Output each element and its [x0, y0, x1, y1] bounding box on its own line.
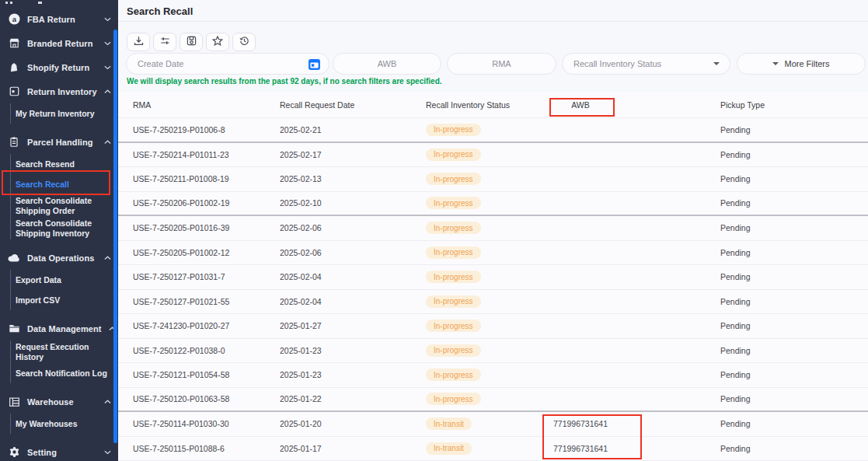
sidebar-item-export-data[interactable]: Export Data — [11, 270, 118, 290]
storefront-icon — [8, 37, 20, 49]
table-row[interactable]: USE-7-250219-P01006-82025-02-21In-progre… — [118, 118, 868, 143]
app-window: aFBA ReturnBranded ReturnShopify ReturnR… — [0, 0, 868, 461]
pickup-type-cell: Pending — [654, 370, 868, 379]
toolbar — [127, 33, 256, 51]
recall-inventory-status-cell: In-progress — [426, 344, 507, 357]
sidebar-item-search-consolidate-shipping-inventory[interactable]: Search Consolidate Shipping Inventory — [11, 217, 118, 239]
sidebar-item-search-resend[interactable]: Search Resend — [11, 154, 118, 174]
sidebar-group-label: Shopify Return — [27, 63, 89, 72]
sidebar-section-parcel-handling: Parcel HandlingSearch ResendSearch Recal… — [0, 130, 118, 239]
recall-inventory-status-cell: In-progress — [426, 124, 507, 136]
sidebar-group-parcel-handling[interactable]: Parcel Handling — [0, 130, 118, 154]
chevron-down-icon — [104, 65, 111, 70]
recall-inventory-status-cell: In-progress — [426, 246, 507, 259]
history-button[interactable] — [232, 33, 256, 51]
sidebar-children-warehouse: My Warehouses — [10, 414, 118, 434]
column-header-recall-inventory-status: Recall Inventory Status — [426, 100, 507, 110]
recall-request-date-cell: 2025-02-13 — [280, 174, 426, 183]
recall-inventory-status-cell: In-progress — [426, 320, 507, 332]
sidebar-children-parcel-handling: Search ResendSearch RecallSearch Consoli… — [10, 154, 118, 239]
sidebar-section-data-operations: Data OperationsExport DataImport CSV — [0, 246, 118, 310]
table-row[interactable]: USE-7-250211-P01008-192025-02-13In-progr… — [118, 167, 868, 192]
create-date-placeholder: Create Date — [138, 59, 183, 68]
sidebar-item-import-csv[interactable]: Import CSV — [11, 290, 118, 310]
table-row[interactable]: USE-7-250115-P01088-62025-01-17In-transi… — [118, 437, 868, 461]
filter-sliders-button[interactable] — [153, 33, 176, 51]
rma-cell: USE-7-250122-P01038-0 — [133, 346, 280, 355]
recall-inventory-status-filter[interactable]: Recall Inventory Status — [562, 53, 730, 75]
table-row[interactable]: USE-7-250205-P01002-122025-02-06In-progr… — [118, 241, 868, 266]
table-row[interactable]: USE-7-250122-P01038-02025-01-23In-progre… — [118, 339, 868, 364]
recall-inventory-status-cell: In-progress — [426, 222, 507, 234]
table-row[interactable]: USE-7-250120-P01063-582025-01-22In-progr… — [118, 388, 868, 413]
sidebar-partial-item — [0, 0, 118, 7]
favorite-star-button[interactable] — [206, 33, 229, 51]
sidebar-item-search-notification-log[interactable]: Search Notification Log — [11, 363, 118, 383]
recall-inventory-status-cell: In-progress — [426, 271, 507, 283]
table-row[interactable]: USE-7-250206-P01002-192025-02-10In-progr… — [118, 192, 868, 217]
sidebar-item-search-recall[interactable]: Search Recall — [11, 174, 118, 194]
recall-results-table: RMARecall Request DateRecall Inventory S… — [118, 92, 868, 461]
sidebar-item-search-consolidate-shipping-order[interactable]: Search Consolidate Shipping Order — [11, 194, 118, 217]
chevron-down-icon — [104, 450, 111, 455]
recall-inventory-status-cell: In-progress — [426, 197, 507, 209]
warehouse-icon — [8, 396, 20, 407]
sidebar-group-fba-return[interactable]: aFBA Return — [0, 7, 118, 31]
sidebar-group-setting[interactable]: Setting — [0, 440, 118, 461]
amazon-icon: a — [8, 13, 20, 25]
svg-text:a: a — [12, 15, 16, 23]
awb-filter[interactable]: AWB — [333, 53, 441, 75]
table-header: RMARecall Request DateRecall Inventory S… — [118, 92, 868, 118]
shopify-bag-icon — [8, 61, 20, 73]
sidebar-item-request-execution-history[interactable]: Request Execution History — [11, 341, 118, 363]
more-filters-button[interactable]: More Filters — [737, 53, 866, 75]
sidebar-children-return-inventory: My Return Inventory — [10, 103, 118, 124]
sidebar-group-branded-return[interactable]: Branded Return — [0, 31, 118, 55]
chevron-up-icon — [104, 256, 111, 260]
recall-request-date-cell: 2025-01-20 — [280, 419, 426, 428]
recall-request-date-cell: 2025-02-06 — [280, 223, 426, 232]
sidebar-item-my-warehouses[interactable]: My Warehouses — [11, 414, 118, 434]
sidebar-group-shopify-return[interactable]: Shopify Return — [0, 55, 118, 79]
sidebar-item-my-return-inventory[interactable]: My Return Inventory — [11, 103, 118, 124]
recall-inventory-status-cell: In-progress — [426, 393, 507, 405]
table-row[interactable]: USE-7-241230-P01020-272025-01-27In-progr… — [118, 314, 868, 339]
table-row[interactable]: USE-7-250127-P01031-72025-02-04In-progre… — [118, 265, 868, 290]
sidebar-scrollbar[interactable] — [113, 30, 117, 443]
recall-request-date-cell: 2025-01-23 — [280, 346, 426, 355]
table-row[interactable]: USE-7-250121-P01054-582025-01-23In-progr… — [118, 363, 868, 388]
recall-request-date-cell: 2025-02-04 — [280, 272, 426, 281]
awb-cell: 771996731641 — [507, 444, 654, 453]
sidebar-group-data-management[interactable]: Data Management — [0, 316, 118, 341]
table-row[interactable]: USE-7-250214-P01011-232025-02-17In-progr… — [118, 143, 868, 168]
create-date-filter[interactable]: Create Date — [126, 53, 329, 75]
table-row[interactable]: USE-7-250114-P01030-302025-01-20In-trans… — [118, 412, 868, 437]
rma-cell: USE-7-250214-P01011-23 — [133, 150, 280, 159]
sidebar-children-data-operations: Export DataImport CSV — [10, 270, 118, 310]
calendar-icon[interactable] — [308, 58, 321, 71]
column-header-rma: RMA — [133, 100, 280, 110]
rma-placeholder: RMA — [492, 59, 511, 68]
status-badge: In-transit — [426, 442, 472, 455]
status-badge: In-progress — [426, 393, 481, 405]
download-button[interactable] — [127, 33, 150, 51]
rma-filter[interactable]: RMA — [447, 53, 556, 75]
sidebar-group-data-operations[interactable]: Data Operations — [0, 246, 118, 270]
column-header-pickup-type: Pickup Type — [654, 100, 868, 110]
sidebar-group-return-inventory[interactable]: Return Inventory — [0, 79, 118, 103]
save-icon — [186, 35, 197, 49]
filter-sliders-icon — [160, 35, 170, 49]
recall-request-date-cell: 2025-02-04 — [280, 297, 426, 306]
table-row[interactable]: USE-7-250127-P01021-552025-02-04In-progr… — [118, 290, 868, 315]
history-icon — [239, 35, 249, 49]
save-button[interactable] — [180, 33, 203, 51]
sidebar-group-label: FBA Return — [27, 15, 75, 24]
sidebar-section-shopify-return: Shopify Return — [0, 55, 118, 79]
sidebar-group-warehouse[interactable]: Warehouse — [0, 389, 118, 414]
chevron-down-icon — [104, 41, 111, 46]
pickup-type-cell: Pending — [654, 346, 868, 355]
table-row[interactable]: USE-7-250205-P01016-392025-02-06In-progr… — [118, 216, 868, 241]
status-placeholder: Recall Inventory Status — [573, 59, 661, 68]
rma-cell: USE-7-250211-P01008-19 — [133, 174, 280, 183]
chevron-up-icon — [104, 89, 111, 94]
